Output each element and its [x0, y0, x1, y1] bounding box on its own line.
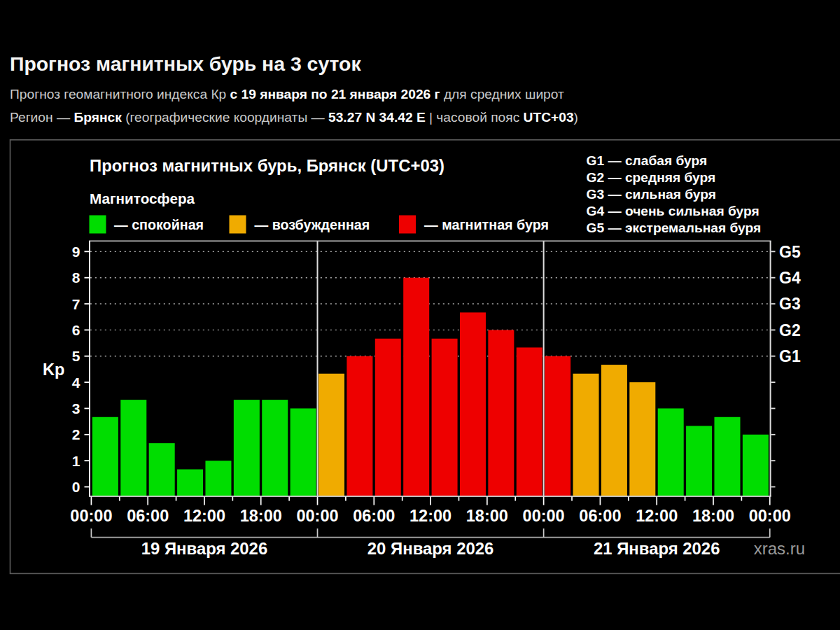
svg-text:G4 — очень сильная буря: G4 — очень сильная буря — [587, 204, 760, 218]
svg-text:1: 1 — [72, 453, 80, 469]
svg-text:G2 — средняя буря: G2 — средняя буря — [587, 170, 716, 185]
svg-text:— возбужденная: — возбужденная — [255, 217, 370, 232]
svg-text:5: 5 — [72, 348, 80, 364]
svg-text:G3: G3 — [779, 295, 801, 313]
svg-text:21 Января 2026: 21 Января 2026 — [594, 539, 720, 558]
svg-text:G5: G5 — [779, 243, 801, 261]
svg-text:4: 4 — [72, 374, 80, 391]
svg-text:00:00: 00:00 — [523, 507, 565, 525]
svg-text:G1 — слабая буря: G1 — слабая буря — [587, 153, 708, 168]
svg-text:18:00: 18:00 — [466, 507, 508, 525]
svg-text:3: 3 — [72, 400, 80, 416]
svg-text:00:00: 00:00 — [749, 507, 791, 525]
svg-text:06:00: 06:00 — [127, 507, 169, 525]
svg-text:Kp: Kp — [43, 360, 64, 379]
svg-text:18:00: 18:00 — [692, 507, 734, 525]
svg-text:00:00: 00:00 — [70, 507, 112, 525]
svg-text:7: 7 — [72, 296, 80, 312]
svg-text:Регион — Брянск (географически: Регион — Брянск (географические координа… — [10, 110, 578, 125]
svg-text:0: 0 — [72, 479, 80, 495]
svg-text:Прогноз геомагнитного индекса: Прогноз геомагнитного индекса Кр с 19 ян… — [10, 87, 564, 102]
svg-text:06:00: 06:00 — [579, 507, 621, 525]
svg-text:12:00: 12:00 — [183, 507, 225, 525]
svg-text:8: 8 — [72, 270, 80, 286]
svg-text:6: 6 — [72, 322, 80, 338]
svg-text:20 Января 2026: 20 Января 2026 — [368, 539, 493, 558]
svg-text:12:00: 12:00 — [636, 507, 678, 525]
svg-text:19 Января 2026: 19 Января 2026 — [141, 539, 267, 558]
svg-text:9: 9 — [72, 244, 80, 260]
svg-text:G2: G2 — [779, 321, 801, 340]
svg-text:G1: G1 — [779, 347, 801, 365]
svg-text:G4: G4 — [779, 269, 801, 287]
svg-text:— магнитная буря: — магнитная буря — [424, 217, 549, 232]
svg-text:G3 — сильная буря: G3 — сильная буря — [587, 187, 716, 202]
svg-text:Прогноз магнитных бурь на 3 су: Прогноз магнитных бурь на 3 суток — [10, 52, 361, 75]
svg-text:— спокойная: — спокойная — [114, 217, 204, 232]
svg-text:Прогноз магнитных бурь, Брянск: Прогноз магнитных бурь, Брянск (UTC+03) — [90, 156, 444, 175]
svg-text:18:00: 18:00 — [240, 507, 282, 525]
svg-text:xras.ru: xras.ru — [754, 539, 805, 558]
svg-text:Магнитосфера: Магнитосфера — [90, 190, 195, 206]
svg-text:06:00: 06:00 — [353, 507, 395, 525]
svg-text:G5 — экстремальная буря: G5 — экстремальная буря — [587, 220, 762, 235]
svg-text:2: 2 — [72, 426, 80, 442]
svg-text:00:00: 00:00 — [296, 507, 338, 525]
svg-text:12:00: 12:00 — [410, 507, 451, 525]
